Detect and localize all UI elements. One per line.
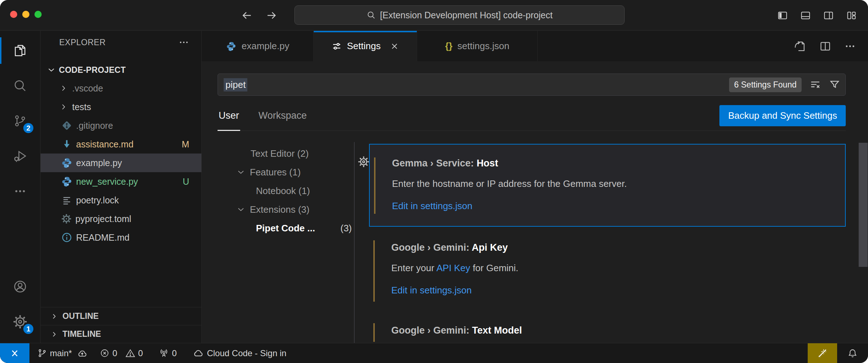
command-center[interactable]: [Extension Development Host] code-projec… xyxy=(294,5,625,25)
scope-tab-workspace[interactable]: Workspace xyxy=(257,100,308,131)
problems-status[interactable]: 0 0 xyxy=(100,348,143,358)
vscode-window: [Extension Development Host] code-projec… xyxy=(0,0,868,363)
tree-item-readme-md[interactable]: README.md xyxy=(41,228,201,247)
cloud-code-signin[interactable]: Cloud Code - Sign in xyxy=(192,348,286,359)
sliders-icon xyxy=(331,41,342,52)
tab-settings[interactable]: Settings xyxy=(314,31,417,61)
branch-icon xyxy=(37,348,47,358)
source-control-badge: 2 xyxy=(22,122,34,134)
bell-icon xyxy=(847,348,858,359)
back-arrow-icon[interactable] xyxy=(241,10,253,21)
tree-item-assistance-md[interactable]: assistance.md M xyxy=(41,135,201,154)
chevron-right-icon xyxy=(50,330,58,338)
tree-item-example-py[interactable]: example.py xyxy=(41,154,201,172)
activity-run-debug-button[interactable] xyxy=(0,138,40,174)
customize-layout-icon[interactable] xyxy=(846,10,857,21)
tab-example-py[interactable]: example.py xyxy=(202,31,314,61)
results-count-badge: 6 Settings Found xyxy=(729,77,802,92)
outline-section-header[interactable]: OUTLINE xyxy=(41,307,201,325)
python-file-icon xyxy=(61,157,73,169)
close-icon[interactable] xyxy=(390,42,399,51)
toc-extensions[interactable]: Extensions (3) xyxy=(218,200,354,219)
minimize-window-button[interactable] xyxy=(22,11,29,18)
git-file-icon xyxy=(61,120,73,131)
setting-gear-icon[interactable] xyxy=(358,156,370,168)
settings-search-input[interactable]: pipet 6 Settings Found xyxy=(218,74,846,96)
toggle-sidebar-right-icon[interactable] xyxy=(823,10,834,21)
notifications-button[interactable] xyxy=(837,343,868,363)
setting-description: Enter the hostname or IP address for the… xyxy=(392,178,834,189)
remote-indicator[interactable] xyxy=(0,343,29,363)
remote-icon xyxy=(9,348,20,359)
chevron-down-icon xyxy=(47,65,56,75)
tree-item-pyproject-toml[interactable]: pyproject.toml xyxy=(41,209,201,228)
ellipsis-icon xyxy=(14,185,27,198)
activity-bar: 2 xyxy=(0,31,41,343)
activity-source-control-button[interactable]: 2 xyxy=(0,103,40,138)
toc-features[interactable]: Features (1) xyxy=(218,163,354,182)
toc-notebook[interactable]: Notebook (1) xyxy=(218,182,354,200)
clear-search-filters-icon[interactable] xyxy=(809,79,821,90)
setting-gemma-service-host[interactable]: Gemma › Service: Host Enter the hostname… xyxy=(369,144,846,227)
spark-slash-icon xyxy=(817,348,828,359)
filter-icon[interactable] xyxy=(829,79,840,90)
warning-icon xyxy=(125,348,135,358)
close-window-button[interactable] xyxy=(10,11,17,18)
activity-search-button[interactable] xyxy=(0,68,40,103)
toc-pipet-code[interactable]: Pipet Code ... (3) xyxy=(218,219,354,237)
setting-gemini-api-key[interactable]: Google › Gemini: Api Key Enter your API … xyxy=(369,237,846,304)
account-icon xyxy=(13,279,28,294)
run-debug-icon xyxy=(13,149,27,163)
toc-text-editor[interactable]: Text Editor (2) xyxy=(218,144,354,163)
toggle-sidebar-left-icon[interactable] xyxy=(777,10,788,21)
json-braces-icon: {} xyxy=(445,41,452,52)
titlebar: [Extension Development Host] code-projec… xyxy=(0,0,868,30)
tree-item-tests[interactable]: tests xyxy=(41,98,201,116)
chevron-right-icon xyxy=(59,103,68,111)
toggle-panel-bottom-icon[interactable] xyxy=(800,10,811,21)
editor-more-actions-icon[interactable] xyxy=(844,41,856,52)
tree-item-new-service-py[interactable]: new_service.py U xyxy=(41,172,201,191)
cloud-icon xyxy=(192,348,204,359)
search-icon xyxy=(367,10,376,20)
account-button[interactable] xyxy=(0,269,40,304)
editor-group: example.py Settings {} settings.json xyxy=(202,31,868,343)
tree-item-gitignore[interactable]: .gitignore xyxy=(41,116,201,135)
settings-editor: pipet 6 Settings Found User xyxy=(202,61,868,343)
activity-more-button[interactable] xyxy=(0,174,40,209)
explorer-title: EXPLORER xyxy=(59,38,106,47)
settings-scrollbar[interactable] xyxy=(859,143,868,267)
setting-gemini-text-model[interactable]: Google › Gemini: Text Model xyxy=(369,320,846,343)
settings-badge: 1 xyxy=(22,323,34,335)
timeline-section-header[interactable]: TIMELINE xyxy=(41,325,201,343)
api-key-link[interactable]: API Key xyxy=(437,263,470,273)
open-settings-json-icon[interactable] xyxy=(793,40,806,53)
git-branch-status[interactable]: main* xyxy=(37,348,88,359)
ports-status[interactable]: 0 xyxy=(159,348,177,358)
markdown-file-icon xyxy=(61,138,73,150)
gemini-spark-disabled-button[interactable] xyxy=(808,343,837,363)
edit-in-settings-json-link[interactable]: Edit in settings.json xyxy=(392,201,472,212)
setting-description: Enter your API Key for Gemini. xyxy=(391,263,835,273)
files-icon xyxy=(13,43,27,58)
forward-arrow-icon[interactable] xyxy=(266,10,277,21)
zoom-window-button[interactable] xyxy=(34,11,42,18)
window-controls xyxy=(10,11,42,18)
publish-cloud-icon xyxy=(77,348,88,359)
python-file-icon xyxy=(61,176,73,187)
settings-toc: Text Editor (2) Features (1) Notebook (1… xyxy=(218,142,354,343)
modified-indicator xyxy=(373,240,375,302)
file-tree: .vscode tests .gitignore assistance xyxy=(41,79,201,247)
activity-explorer-button[interactable] xyxy=(0,33,40,68)
project-root-folder[interactable]: CODE-PROJECT xyxy=(41,61,201,79)
tree-item-poetry-lock[interactable]: poetry.lock xyxy=(41,191,201,209)
manage-settings-button[interactable]: 1 xyxy=(0,304,40,339)
explorer-more-actions-icon[interactable] xyxy=(178,37,189,48)
scope-tab-user[interactable]: User xyxy=(218,100,240,131)
backup-sync-settings-button[interactable]: Backup and Sync Settings xyxy=(719,105,846,126)
edit-in-settings-json-link[interactable]: Edit in settings.json xyxy=(391,285,472,296)
split-editor-icon[interactable] xyxy=(819,40,831,52)
tab-settings-json[interactable]: {} settings.json xyxy=(417,31,538,61)
tree-item-vscode[interactable]: .vscode xyxy=(41,79,201,98)
modified-indicator xyxy=(373,323,375,342)
